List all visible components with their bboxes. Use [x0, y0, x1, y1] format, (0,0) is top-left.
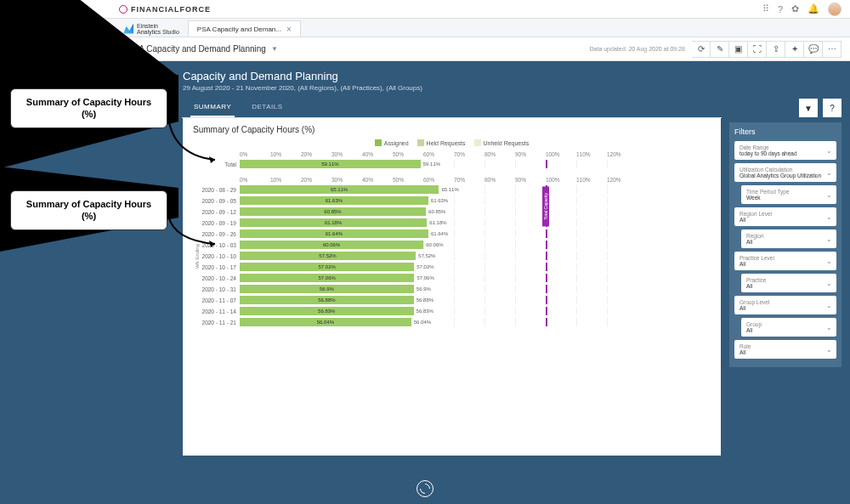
filter-date-range[interactable]: Date Rangetoday to 90 days ahead⌄: [734, 141, 836, 160]
bar-track: 59.11%59.11%: [240, 160, 711, 168]
axis-tick: 120%: [607, 177, 638, 183]
bar-assigned[interactable]: 56.88%: [240, 296, 414, 304]
grid-line: [515, 218, 516, 227]
user-avatar[interactable]: [828, 3, 842, 16]
present-button[interactable]: ⛶: [748, 41, 767, 58]
bar-track: 60.85%60.85%: [240, 207, 711, 216]
chevron-down-icon[interactable]: ▼: [271, 45, 278, 53]
x-axis: 0%10%20%30%40%50%60%70%80%90%100%110%120…: [240, 151, 711, 157]
grid-line: [576, 229, 577, 238]
grid-line: [607, 185, 608, 194]
close-icon[interactable]: ×: [286, 25, 292, 34]
filter-utilization-calculation[interactable]: Utilization CalculationGlobal Analytics …: [734, 163, 836, 182]
bar-track: 65.11%65.11%: [240, 185, 711, 194]
dashboard-tab[interactable]: PSA Capacity and Deman... ×: [188, 20, 301, 37]
grid-line: [515, 263, 516, 271]
grid-line: [454, 285, 455, 293]
comment-button[interactable]: 💬: [804, 41, 823, 58]
chevron-down-icon: ⌄: [826, 147, 832, 155]
axis-tick: 30%: [332, 177, 362, 183]
bar-assigned[interactable]: 56.04%: [240, 318, 411, 326]
edit-button[interactable]: ✎: [711, 41, 729, 58]
bar-category-label: 2020 - 11 - 21: [193, 320, 240, 326]
bar-row: 2020 - 09 - 2661.64%61.64%: [193, 229, 711, 239]
grid-line: [576, 307, 577, 315]
bar-category-label: 2020 - 10 - 10: [193, 253, 240, 259]
bar-assigned[interactable]: 57.06%: [240, 274, 414, 282]
filter-value: All: [746, 283, 831, 289]
share-button[interactable]: ⇪: [767, 41, 785, 58]
grid-line: [454, 196, 455, 205]
more-button[interactable]: ⋯: [823, 41, 842, 58]
grid-line: [454, 296, 455, 304]
filter-practice[interactable]: PracticeAll⌄: [741, 274, 836, 292]
filter-time-period-type[interactable]: Time Period TypeWeek⌄: [741, 185, 836, 204]
filter-role[interactable]: RoleAll⌄: [734, 340, 836, 359]
capacity-line: [546, 296, 547, 304]
grid-line: [484, 296, 485, 304]
grid-line: [454, 207, 455, 216]
axis-tick: 90%: [515, 151, 546, 157]
filter-group[interactable]: GroupAll⌄: [741, 318, 836, 337]
bar-value-label: 57.52%: [418, 252, 435, 260]
bar-assigned[interactable]: 61.18%: [240, 218, 427, 227]
filter-practice-level[interactable]: Practice LevelAll⌄: [734, 252, 836, 270]
chevron-down-icon: ⌄: [826, 235, 832, 243]
filter-region-level[interactable]: Region LevelAll⌄: [734, 207, 836, 226]
bar-assigned[interactable]: 60.06%: [240, 241, 423, 249]
bar-track: 56.83%56.83%: [240, 307, 711, 315]
legend-label: Assigned: [384, 140, 409, 146]
filter-toggle-button[interactable]: ▼: [799, 99, 818, 117]
grid-line: [454, 252, 455, 260]
bar-assigned[interactable]: 57.02%: [240, 263, 414, 271]
global-topbar: FINANCIALFORCE ⠿ ? ✿ 🔔: [0, 0, 850, 19]
grid-line: [515, 285, 516, 293]
bar-assigned[interactable]: 56.83%: [240, 307, 414, 315]
grid-line: [484, 252, 485, 260]
bar-row: 2020 - 11 - 2156.04%56.04%: [193, 317, 711, 327]
bar-assigned[interactable]: 56.9%: [240, 285, 414, 293]
subscribe-button[interactable]: ✦: [785, 41, 804, 58]
grid-line: [607, 263, 608, 271]
bar-assigned[interactable]: 59.11%: [240, 160, 421, 168]
refresh-button[interactable]: ⟳: [692, 41, 711, 58]
grid-line: [454, 241, 455, 249]
bar-row: 2020 - 09 - 0561.63%61.63%: [193, 195, 711, 206]
filter-value: Global Analytics Group Utilization: [740, 173, 831, 178]
chart-legend: Assigned Held Requests Unheld Requests: [183, 138, 721, 151]
help-icon[interactable]: ?: [778, 4, 783, 14]
bar-category-label: 2020 - 11 - 07: [193, 297, 240, 303]
bar-assigned[interactable]: 65.11%: [240, 185, 439, 194]
grid-line: [607, 318, 608, 326]
filter-label: Region Level: [740, 211, 831, 217]
tab-details[interactable]: DETAILS: [248, 98, 286, 117]
filter-region[interactable]: RegionAll⌄: [741, 229, 836, 248]
grid-line: [454, 307, 455, 315]
capacity-line: [546, 285, 547, 293]
grid-line: [607, 274, 608, 282]
grid-line: [607, 218, 608, 227]
grid-line: [454, 160, 455, 168]
bar-value-label: 61.18%: [429, 218, 446, 227]
app-launcher-icon[interactable]: ⠿: [762, 3, 769, 14]
bar-category-label: 2020 - 09 - 05: [193, 198, 240, 204]
filter-label: Group: [746, 321, 831, 327]
workspace-tabbar: Einstein Analytics Studio PSA Capacity a…: [0, 19, 850, 37]
bar-assigned[interactable]: 61.63%: [240, 196, 428, 205]
bar-assigned[interactable]: 57.52%: [240, 252, 416, 260]
studio-home-tab[interactable]: Einstein Analytics Studio: [115, 20, 188, 37]
grid-line: [484, 307, 485, 315]
help-button[interactable]: ?: [823, 99, 842, 117]
page-title: Capacity and Demand Planning: [183, 70, 850, 82]
chevron-down-icon: ⌄: [826, 258, 832, 265]
bar-track: 61.64%61.64%: [240, 229, 711, 238]
settings-gear-icon[interactable]: ✿: [791, 3, 799, 14]
filter-group-level[interactable]: Group LevelAll⌄: [734, 296, 836, 314]
grid-line: [515, 252, 516, 260]
bar-track: 56.04%56.04%: [240, 318, 711, 326]
bar-assigned[interactable]: 61.64%: [240, 229, 428, 238]
capacity-line: [546, 263, 547, 271]
save-button[interactable]: ▣: [729, 41, 748, 58]
notifications-bell-icon[interactable]: 🔔: [808, 3, 819, 14]
bar-assigned[interactable]: 60.85%: [240, 207, 426, 216]
